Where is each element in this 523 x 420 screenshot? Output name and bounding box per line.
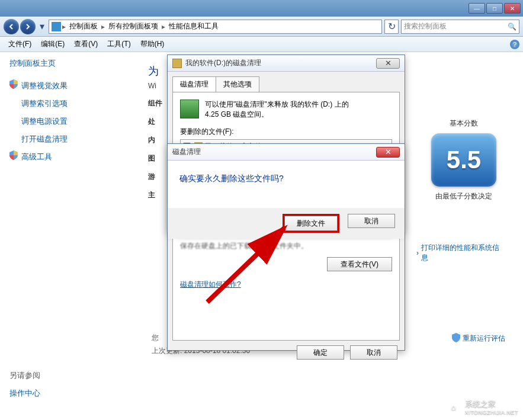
sidebar-item-advanced[interactable]: 高级工具 xyxy=(9,148,121,166)
breadcrumb[interactable]: ▸ 控制面板 ▸ 所有控制面板项 ▸ 性能信息和工具 xyxy=(49,20,382,34)
menubar: 文件(F) 编辑(E) 查看(V) 工具(T) 帮助(H) ? xyxy=(0,37,523,52)
chevron-right-icon: ▸ xyxy=(162,23,165,31)
chevron-right-icon: ▸ xyxy=(62,23,66,31)
chevron-right-icon: ▸ xyxy=(101,23,105,31)
watermark-logo-icon: ⌂ xyxy=(446,399,461,415)
cleanup-description: 可以使用"磁盘清理"来释放 我的软件 (D:) 上的 4.25 GB 磁盘空间。 xyxy=(180,100,392,120)
sidebar-see-also-label: 另请参阅 xyxy=(9,367,40,384)
shield-icon xyxy=(9,79,18,89)
tab-other-options[interactable]: 其他选项 xyxy=(216,76,259,92)
search-placeholder: 搜索控制面板 xyxy=(404,21,447,31)
menu-tools[interactable]: 工具(T) xyxy=(102,37,135,52)
menu-view[interactable]: 查看(V) xyxy=(69,37,102,52)
nav-history-dropdown[interactable]: ▾ xyxy=(38,19,46,34)
maximize-button[interactable]: □ xyxy=(486,3,503,14)
shield-icon xyxy=(9,150,18,160)
forward-button[interactable] xyxy=(20,19,36,34)
dialog-buttons: 确定 取消 xyxy=(168,345,405,367)
dialog-title: 我的软件(D:)的磁盘清理 xyxy=(185,58,373,68)
watermark-url: XITONGZHIJIA.NET xyxy=(465,409,518,415)
titlebar: — □ ✕ xyxy=(0,0,523,17)
tab-disk-cleanup[interactable]: 磁盘清理 xyxy=(172,76,216,92)
navbar: ▾ ▸ 控制面板 ▸ 所有控制面板项 ▸ 性能信息和工具 ↻ 搜索控制面板 🔍 xyxy=(0,17,523,37)
sidebar-item-index[interactable]: 调整索引选项 xyxy=(9,95,121,113)
desc-line2: 4.25 GB 磁盘空间。 xyxy=(205,110,349,120)
sidebar-item-label: 调整视觉效果 xyxy=(21,81,68,90)
dialog-titlebar: 我的软件(D:)的磁盘清理 ✕ xyxy=(168,55,405,72)
menu-help[interactable]: 帮助(H) xyxy=(136,37,169,52)
sidebar-item-label: 高级工具 xyxy=(21,152,52,161)
search-input[interactable]: 搜索控制面板 🔍 xyxy=(401,20,519,34)
score-panel: 基本分数 5.5 由最低子分数决定 xyxy=(422,118,505,201)
print-details-link[interactable]: › 打印详细的性能和系统信息 xyxy=(416,243,505,263)
sidebar-footer: 另请参阅 操作中心 xyxy=(9,367,40,402)
chevron-right-icon: › xyxy=(416,249,419,257)
back-button[interactable] xyxy=(4,19,19,34)
confirm-buttons: 删除文件 取消 xyxy=(168,208,405,239)
breadcrumb-all-items[interactable]: 所有控制面板项 xyxy=(106,21,161,31)
files-to-delete-label: 要删除的文件(F): xyxy=(180,127,392,137)
watermark-text: 系统之家 xyxy=(465,399,518,409)
nav-arrows xyxy=(4,19,36,34)
watermark: ⌂ 系统之家 XITONGZHIJIA.NET xyxy=(446,399,518,415)
confirm-body: 确实要永久删除这些文件吗? xyxy=(168,161,405,208)
link-text: 重新运行评估 xyxy=(463,334,505,344)
footer-text: 您 xyxy=(152,333,159,343)
menu-file[interactable]: 文件(F) xyxy=(4,37,36,52)
refresh-button[interactable]: ↻ xyxy=(384,20,399,34)
how-cleanup-works-link[interactable]: 磁盘清理如何工作? xyxy=(180,280,392,290)
link-text: 打印详细的性能和系统信息 xyxy=(421,243,505,263)
confirm-cancel-button[interactable]: 取消 xyxy=(348,214,395,228)
sidebar-action-center[interactable]: 操作中心 xyxy=(9,384,40,402)
ok-button[interactable]: 确定 xyxy=(297,345,344,360)
sidebar-item-visual[interactable]: 调整视觉效果 xyxy=(9,77,121,95)
shield-icon xyxy=(452,333,460,344)
score-caption: 由最低子分数决定 xyxy=(422,191,505,201)
confirm-title: 磁盘清理 xyxy=(172,147,373,157)
close-button[interactable]: ✕ xyxy=(504,3,521,14)
score-badge: 5.5 xyxy=(431,133,496,187)
help-icon[interactable]: ? xyxy=(510,40,519,49)
view-files-button[interactable]: 查看文件(V) xyxy=(327,257,392,271)
blurred-caption: 保存在硬盘上的已下载的程序文件夹中。 xyxy=(180,241,392,251)
score-label: 基本分数 xyxy=(422,118,505,129)
computer-icon xyxy=(52,22,61,31)
rerun-assessment-link[interactable]: 重新运行评估 xyxy=(452,333,505,344)
confirm-titlebar: 磁盘清理 ✕ xyxy=(168,144,405,161)
dialog-close-button[interactable]: ✕ xyxy=(376,58,400,69)
confirm-close-button[interactable]: ✕ xyxy=(376,147,400,158)
disk-cleanup-icon xyxy=(172,59,182,68)
breadcrumb-control-panel[interactable]: 控制面板 xyxy=(67,21,100,31)
delete-files-button[interactable]: 删除文件 xyxy=(284,216,338,231)
breadcrumb-performance[interactable]: 性能信息和工具 xyxy=(166,21,221,31)
desc-line1: 可以使用"磁盘清理"来释放 我的软件 (D:) 上的 xyxy=(205,100,349,110)
confirm-dialog: 磁盘清理 ✕ 确实要永久删除这些文件吗? 删除文件 取消 xyxy=(167,143,405,232)
sidebar-item-power[interactable]: 调整电源设置 xyxy=(9,113,121,130)
minimize-button[interactable]: — xyxy=(469,3,485,14)
search-icon: 🔍 xyxy=(508,23,516,31)
tabs: 磁盘清理 其他选项 xyxy=(168,72,405,92)
cleanup-drive-icon xyxy=(180,100,199,118)
cancel-button[interactable]: 取消 xyxy=(350,345,397,360)
confirm-text: 确实要永久删除这些文件吗? xyxy=(179,174,393,184)
footer-prefix: 您 xyxy=(152,334,159,342)
sidebar: 控制面板主页 调整视觉效果 调整索引选项 调整电源设置 打开磁盘清理 高级工具 … xyxy=(0,52,130,420)
delete-button-highlight: 删除文件 xyxy=(283,214,339,233)
sidebar-item-disk[interactable]: 打开磁盘清理 xyxy=(9,130,121,148)
menu-edit[interactable]: 编辑(E) xyxy=(36,37,69,52)
sidebar-control-panel-home[interactable]: 控制面板主页 xyxy=(9,58,121,69)
